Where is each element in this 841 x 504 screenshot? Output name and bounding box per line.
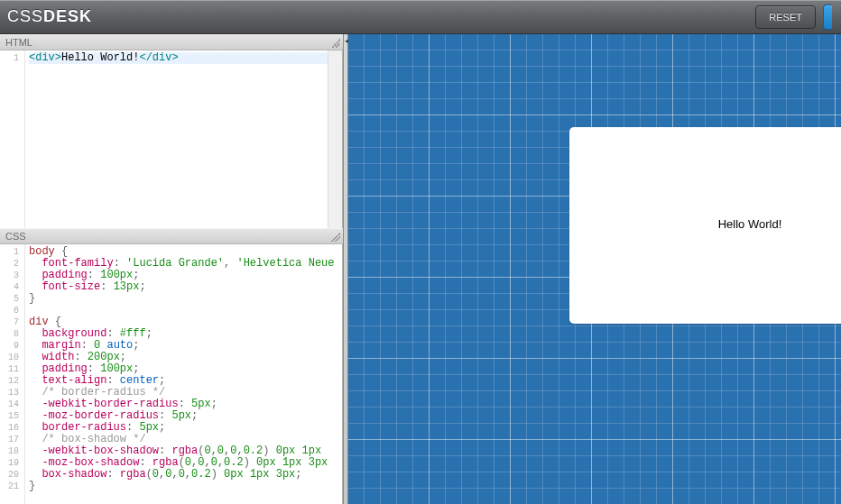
preview-card-text: Hello World!	[718, 217, 782, 231]
editors-column: HTML 1 <div>Hello World!</div> CSS 12345…	[0, 34, 343, 504]
html-pane-label: HTML	[5, 37, 32, 48]
logo-bold: DESK	[43, 7, 92, 25]
header-actions: RESET	[755, 5, 832, 30]
share-button-partial[interactable]	[823, 5, 832, 30]
css-code-area[interactable]: body { font-family: 'Lucida Grande', 'He…	[25, 244, 342, 504]
app-logo: CSSDESK	[7, 7, 92, 26]
html-pane: HTML 1 <div>Hello World!</div>	[0, 34, 343, 228]
html-pane-header: HTML	[0, 34, 343, 50]
html-code-area[interactable]: <div>Hello World!</div>	[25, 50, 342, 228]
resize-handle-icon[interactable]	[331, 233, 340, 242]
css-pane-header: CSS	[0, 228, 343, 244]
logo-light: CSS	[7, 7, 43, 25]
css-line-gutter: 123456789101112131415161718192021	[0, 244, 25, 504]
html-line-gutter: 1	[0, 50, 25, 228]
reset-button[interactable]: RESET	[755, 5, 816, 29]
resize-handle-icon[interactable]	[331, 39, 340, 48]
scrollbar-track[interactable]	[328, 50, 342, 228]
main-layout: HTML 1 <div>Hello World!</div> CSS 12345…	[0, 34, 841, 504]
app-header: CSSDESK RESET	[0, 0, 841, 34]
css-editor[interactable]: 123456789101112131415161718192021 body {…	[0, 244, 343, 504]
css-pane-label: CSS	[5, 231, 26, 242]
html-editor[interactable]: 1 <div>Hello World!</div>	[0, 50, 343, 228]
preview-output-card: Hello World!	[569, 127, 841, 324]
preview-pane: Hello World!	[348, 34, 841, 504]
css-pane: CSS 123456789101112131415161718192021 bo…	[0, 228, 343, 504]
